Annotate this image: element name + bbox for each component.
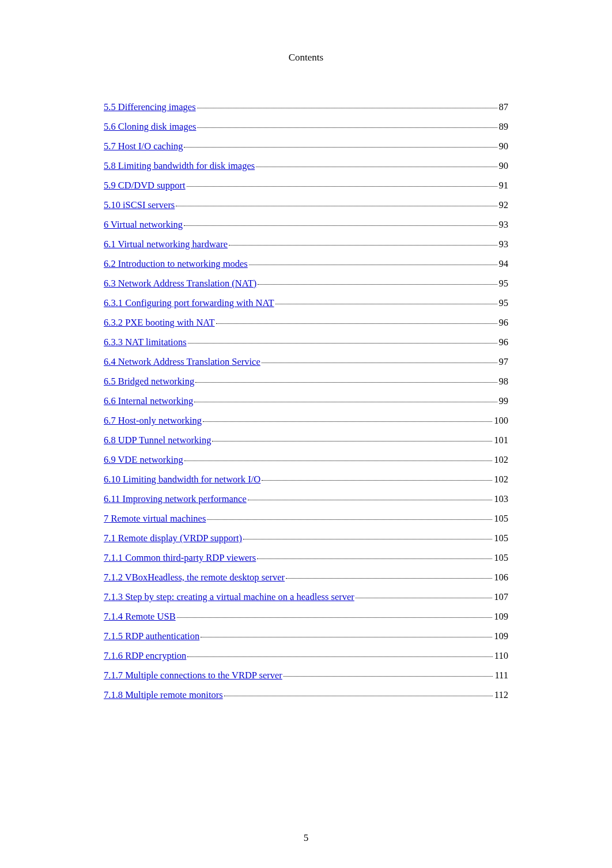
toc-leader-dots bbox=[275, 304, 497, 304]
toc-entry: 6.3 Network Address Translation (NAT)95 bbox=[104, 279, 508, 289]
toc-leader-dots bbox=[216, 323, 497, 324]
toc-link[interactable]: 7.1.5 RDP authentication bbox=[104, 632, 199, 641]
toc-link[interactable]: 7.1 Remote display (VRDP support) bbox=[104, 534, 242, 544]
toc-link[interactable]: 5.6 Cloning disk images bbox=[104, 122, 196, 132]
toc-page-number: 112 bbox=[494, 690, 508, 700]
toc-link[interactable]: 6.11 Improving network performance bbox=[104, 495, 247, 504]
toc-link[interactable]: 6.8 UDP Tunnel networking bbox=[104, 436, 211, 446]
toc-leader-dots bbox=[229, 245, 497, 246]
toc-link[interactable]: 6 Virtual networking bbox=[104, 220, 183, 230]
toc-page-number: 92 bbox=[498, 201, 509, 210]
toc-entry: 6 Virtual networking93 bbox=[104, 220, 508, 230]
toc-page-number: 111 bbox=[494, 671, 508, 681]
toc-entry: 6.11 Improving network performance103 bbox=[104, 495, 508, 504]
toc-entry: 7.1.4 Remote USB109 bbox=[104, 612, 508, 622]
toc-link[interactable]: 5.10 iSCSI servers bbox=[104, 201, 175, 210]
toc-leader-dots bbox=[197, 108, 497, 108]
toc-entry: 7.1.3 Step by step: creating a virtual m… bbox=[104, 592, 508, 602]
toc-link[interactable]: 6.7 Host-only networking bbox=[104, 416, 202, 426]
toc-page-number: 105 bbox=[493, 553, 508, 563]
toc-entry: 5.7 Host I/O caching90 bbox=[104, 142, 508, 152]
toc-page-number: 90 bbox=[498, 142, 509, 152]
toc-entry: 7.1.7 Multiple connections to the VRDP s… bbox=[104, 671, 508, 681]
toc-page-number: 100 bbox=[493, 416, 508, 426]
toc-link[interactable]: 6.9 VDE networking bbox=[104, 455, 183, 465]
toc-page-number: 87 bbox=[498, 103, 509, 112]
toc-leader-dots bbox=[224, 696, 493, 696]
toc-link[interactable]: 6.4 Network Address Translation Service bbox=[104, 357, 260, 367]
toc-link[interactable]: 7.1.8 Multiple remote monitors bbox=[104, 690, 223, 700]
toc-entry: 6.3.2 PXE booting with NAT96 bbox=[104, 318, 508, 328]
toc-entry: 7.1.8 Multiple remote monitors112 bbox=[104, 690, 508, 700]
page-container: Contents 5.5 Differencing images875.6 Cl… bbox=[0, 0, 612, 700]
table-of-contents: 5.5 Differencing images875.6 Cloning dis… bbox=[104, 103, 508, 700]
toc-page-number: 102 bbox=[493, 475, 508, 485]
page-header: Contents bbox=[104, 52, 508, 63]
toc-entry: 6.5 Bridged networking98 bbox=[104, 377, 508, 387]
toc-page-number: 102 bbox=[493, 455, 508, 465]
toc-page-number: 105 bbox=[493, 514, 508, 524]
toc-link[interactable]: 7.1.7 Multiple connections to the VRDP s… bbox=[104, 671, 282, 681]
toc-leader-dots bbox=[187, 656, 493, 657]
toc-link[interactable]: 6.3.1 Configuring port forwarding with N… bbox=[104, 299, 274, 308]
toc-link[interactable]: 7.1.6 RDP encryption bbox=[104, 651, 186, 661]
toc-entry: 7.1.6 RDP encryption110 bbox=[104, 651, 508, 661]
toc-leader-dots bbox=[184, 147, 497, 148]
toc-page-number: 89 bbox=[498, 122, 509, 132]
toc-entry: 6.3.1 Configuring port forwarding with N… bbox=[104, 299, 508, 308]
toc-leader-dots bbox=[262, 363, 497, 363]
toc-link[interactable]: 6.6 Internal networking bbox=[104, 397, 193, 406]
toc-link[interactable]: 6.3 Network Address Translation (NAT) bbox=[104, 279, 256, 289]
toc-leader-dots bbox=[286, 578, 492, 579]
toc-entry: 7 Remote virtual machines105 bbox=[104, 514, 508, 524]
toc-link[interactable]: 5.9 CD/DVD support bbox=[104, 181, 186, 191]
toc-link[interactable]: 7.1.4 Remote USB bbox=[104, 612, 176, 622]
toc-page-number: 93 bbox=[498, 220, 509, 230]
toc-link[interactable]: 5.8 Limiting bandwidth for disk images bbox=[104, 161, 255, 171]
toc-page-number: 96 bbox=[498, 318, 509, 328]
toc-entry: 6.1 Virtual networking hardware93 bbox=[104, 240, 508, 250]
toc-page-number: 101 bbox=[493, 436, 508, 446]
toc-leader-dots bbox=[188, 343, 497, 344]
toc-page-number: 95 bbox=[498, 299, 509, 308]
toc-link[interactable]: 6.5 Bridged networking bbox=[104, 377, 194, 387]
toc-page-number: 107 bbox=[493, 592, 508, 602]
toc-leader-dots bbox=[257, 558, 492, 559]
toc-page-number: 109 bbox=[493, 632, 508, 641]
toc-page-number: 103 bbox=[493, 495, 508, 504]
toc-link[interactable]: 6.3.2 PXE booting with NAT bbox=[104, 318, 215, 328]
toc-page-number: 99 bbox=[498, 397, 509, 406]
toc-entry: 7.1.1 Common third-party RDP viewers105 bbox=[104, 553, 508, 563]
toc-leader-dots bbox=[243, 539, 492, 539]
toc-link[interactable]: 7.1.2 VBoxHeadless, the remote desktop s… bbox=[104, 573, 285, 583]
toc-entry: 6.6 Internal networking99 bbox=[104, 397, 508, 406]
toc-entry: 7.1.5 RDP authentication109 bbox=[104, 632, 508, 641]
toc-entry: 5.9 CD/DVD support91 bbox=[104, 181, 508, 191]
toc-page-number: 90 bbox=[498, 161, 509, 171]
toc-page-number: 106 bbox=[493, 573, 508, 583]
toc-leader-dots bbox=[176, 206, 497, 206]
toc-leader-dots bbox=[195, 382, 497, 383]
toc-entry: 6.3.3 NAT limitations96 bbox=[104, 338, 508, 348]
toc-page-number: 109 bbox=[493, 612, 508, 622]
toc-link[interactable]: 6.3.3 NAT limitations bbox=[104, 338, 187, 348]
toc-leader-dots bbox=[284, 676, 493, 677]
toc-link[interactable]: 7.1.1 Common third-party RDP viewers bbox=[104, 553, 256, 563]
toc-leader-dots bbox=[356, 598, 492, 598]
toc-link[interactable]: 6.1 Virtual networking hardware bbox=[104, 240, 228, 250]
toc-leader-dots bbox=[256, 167, 497, 167]
toc-leader-dots bbox=[262, 480, 492, 481]
toc-link[interactable]: 6.2 Introduction to networking modes bbox=[104, 259, 248, 269]
toc-link[interactable]: 5.5 Differencing images bbox=[104, 103, 196, 112]
toc-link[interactable]: 6.10 Limiting bandwidth for network I/O bbox=[104, 475, 260, 485]
toc-link[interactable]: 7 Remote virtual machines bbox=[104, 514, 206, 524]
toc-leader-dots bbox=[177, 617, 493, 618]
toc-entry: 6.2 Introduction to networking modes94 bbox=[104, 259, 508, 269]
toc-link[interactable]: 7.1.3 Step by step: creating a virtual m… bbox=[104, 592, 354, 602]
toc-link[interactable]: 5.7 Host I/O caching bbox=[104, 142, 183, 152]
toc-entry: 5.6 Cloning disk images89 bbox=[104, 122, 508, 132]
toc-entry: 5.10 iSCSI servers92 bbox=[104, 201, 508, 210]
toc-leader-dots bbox=[197, 127, 497, 128]
toc-entry: 6.10 Limiting bandwidth for network I/O1… bbox=[104, 475, 508, 485]
toc-page-number: 96 bbox=[498, 338, 509, 348]
